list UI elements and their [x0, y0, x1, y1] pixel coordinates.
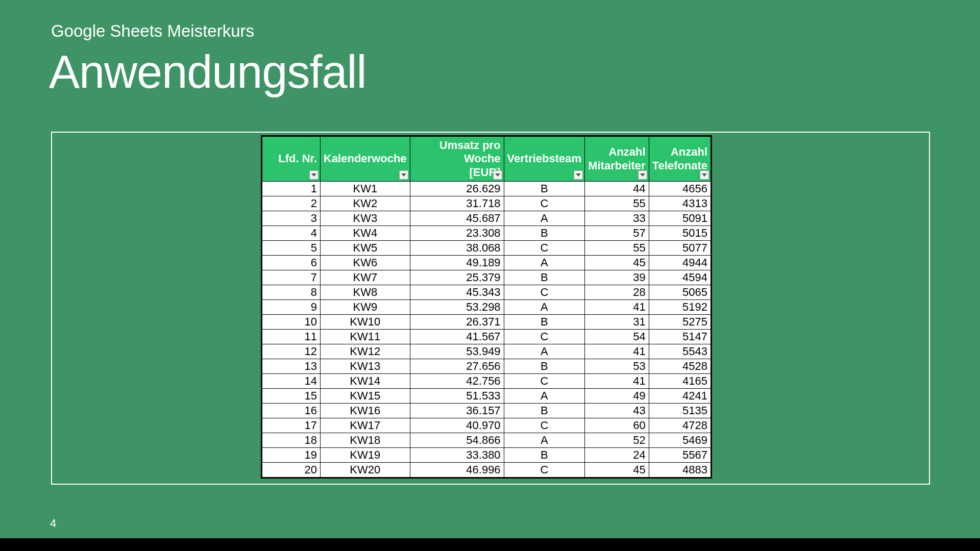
table-row: 18KW1854.866A525469	[262, 433, 711, 448]
cell-mit: 41	[585, 300, 649, 315]
cell-tel: 4528	[649, 359, 710, 374]
cell-kw: KW8	[321, 285, 410, 300]
cell-nr: 16	[262, 404, 321, 418]
cell-nr: 6	[262, 256, 321, 270]
cell-nr: 18	[262, 433, 321, 448]
cell-nr: 11	[262, 330, 321, 344]
cell-kw: KW10	[321, 315, 410, 330]
cell-mit: 45	[585, 256, 649, 270]
cell-kw: KW12	[321, 344, 410, 359]
cell-team: B	[504, 359, 585, 374]
header-team: Vertriebsteam	[504, 137, 585, 182]
cell-nr: 7	[262, 270, 321, 285]
header-telefonate: Anzahl Telefonate	[649, 137, 710, 182]
cell-mit: 31	[585, 315, 649, 330]
table-row: 6KW649.189A454944	[262, 256, 711, 270]
table-row: 16KW1636.157B435135	[262, 404, 711, 418]
cell-mit: 54	[585, 330, 649, 344]
cell-kw: KW4	[321, 226, 410, 241]
filter-button-nr[interactable]	[309, 170, 318, 180]
data-table: Lfd. Nr. Kalenderwoche Ums	[262, 136, 711, 478]
filter-button-mitarbeiter[interactable]	[638, 170, 647, 180]
cell-team: B	[504, 448, 585, 463]
cell-team: C	[504, 463, 585, 478]
header-tel-label1: Anzahl	[671, 145, 707, 158]
table-row: 13KW1327.656B534528	[262, 359, 711, 374]
letterbox-bar	[0, 538, 980, 551]
cell-team: C	[504, 241, 585, 256]
cell-mit: 52	[585, 433, 649, 448]
cell-nr: 17	[262, 418, 321, 433]
table-body: 1KW126.629B4446562KW231.718C5543133KW345…	[262, 182, 711, 478]
cell-tel: 4656	[649, 182, 710, 196]
cell-team: C	[504, 374, 585, 389]
filter-button-umsatz[interactable]	[493, 170, 502, 180]
cell-tel: 4313	[649, 196, 710, 211]
cell-team: B	[504, 182, 585, 196]
cell-kw: KW3	[321, 211, 410, 226]
table-row: 8KW845.343C285065	[262, 285, 711, 300]
table-row: 14KW1442.756C414165	[262, 374, 711, 389]
cell-tel: 4241	[649, 389, 710, 404]
filter-button-kw[interactable]	[399, 170, 408, 180]
cell-mit: 53	[585, 359, 649, 374]
table-row: 19KW1933.380B245567	[262, 448, 711, 463]
filter-button-team[interactable]	[574, 170, 583, 180]
cell-mit: 33	[585, 211, 649, 226]
table-row: 1KW126.629B444656	[262, 182, 711, 196]
cell-mit: 43	[585, 404, 649, 418]
table-row: 20KW2046.996C454883	[262, 463, 711, 478]
cell-umsatz: 41.567	[410, 330, 504, 344]
header-mit-label2: Mitarbeiter	[588, 159, 645, 172]
cell-umsatz: 31.718	[410, 196, 504, 211]
cell-umsatz: 45.687	[410, 211, 504, 226]
cell-team: C	[504, 418, 585, 433]
cell-mit: 60	[585, 418, 649, 433]
cell-tel: 4165	[649, 374, 710, 389]
cell-team: A	[504, 389, 585, 404]
cell-nr: 2	[262, 196, 321, 211]
cell-mit: 28	[585, 285, 649, 300]
cell-kw: KW6	[321, 256, 410, 270]
cell-kw: KW14	[321, 374, 410, 389]
chevron-down-icon	[311, 173, 316, 177]
cell-kw: KW2	[321, 196, 410, 211]
header-kw-label: Kalenderwoche	[324, 152, 407, 165]
cell-kw: KW1	[321, 182, 410, 196]
cell-kw: KW20	[321, 463, 410, 478]
header-nr: Lfd. Nr.	[262, 137, 321, 182]
cell-umsatz: 53.949	[410, 344, 504, 359]
cell-team: A	[504, 256, 585, 270]
cell-kw: KW17	[321, 418, 410, 433]
cell-tel: 4728	[649, 418, 710, 433]
table-row: 10KW1026.371B315275	[262, 315, 711, 330]
header-mit-label1: Anzahl	[609, 145, 646, 158]
cell-mit: 55	[585, 241, 649, 256]
cell-umsatz: 40.970	[410, 418, 504, 433]
cell-nr: 20	[262, 463, 321, 478]
cell-umsatz: 54.866	[410, 433, 504, 448]
cell-nr: 3	[262, 211, 321, 226]
cell-kw: KW19	[321, 448, 410, 463]
header-umsatz-label1: Umsatz pro Woche	[439, 139, 501, 165]
cell-umsatz: 53.298	[410, 300, 504, 315]
cell-umsatz: 51.533	[410, 389, 504, 404]
filter-button-telefonate[interactable]	[700, 170, 709, 180]
cell-kw: KW13	[321, 359, 410, 374]
header-umsatz: Umsatz pro Woche [EUR]	[410, 137, 504, 182]
cell-kw: KW16	[321, 404, 410, 418]
table-row: 4KW423.308B575015	[262, 226, 711, 241]
cell-nr: 5	[262, 241, 321, 256]
cell-tel: 5192	[649, 300, 710, 315]
cell-umsatz: 26.371	[410, 315, 504, 330]
cell-mit: 45	[585, 463, 649, 478]
cell-tel: 5469	[649, 433, 710, 448]
cell-team: A	[504, 211, 585, 226]
table-row: 9KW953.298A415192	[262, 300, 711, 315]
cell-nr: 13	[262, 359, 321, 374]
cell-tel: 5135	[649, 404, 710, 418]
cell-tel: 5147	[649, 330, 710, 344]
cell-nr: 1	[262, 182, 321, 196]
cell-tel: 5077	[649, 241, 710, 256]
header-tel-label2: Telefonate	[652, 159, 707, 172]
